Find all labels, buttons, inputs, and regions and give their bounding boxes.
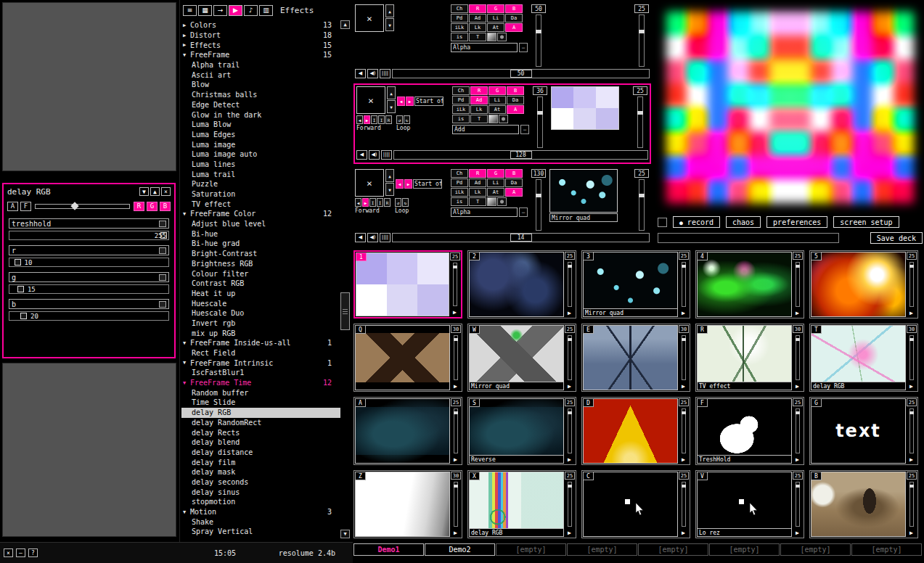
matrix-a-button[interactable]: A xyxy=(505,188,523,197)
clip-thumbnail[interactable] xyxy=(811,325,906,390)
clip-play-button[interactable]: ▶ xyxy=(793,455,802,464)
speaker-icon[interactable]: ◀) xyxy=(367,233,378,242)
clip-speed-slider[interactable] xyxy=(796,262,800,307)
start-mode-field[interactable]: Start of xyxy=(414,96,443,106)
clip-thumbnail[interactable] xyxy=(697,325,792,390)
effect-item-time-slide[interactable]: Time Slide xyxy=(181,398,340,408)
active-effect-name[interactable]: Alpha xyxy=(451,43,518,52)
matrix-ch-button[interactable]: Ch xyxy=(452,86,470,95)
clip-slot-3[interactable]: 3Mirror quad25▶ xyxy=(581,250,690,319)
effect-category-freeframe-intrinsic[interactable]: ▼FreeFrame Intrinsic1 xyxy=(181,358,340,368)
clip-play-button[interactable]: ▶ xyxy=(907,382,916,390)
clip-play-button[interactable]: ▶ xyxy=(451,382,460,390)
mid-vertical-slider[interactable] xyxy=(537,96,543,148)
transport-4-button[interactable]: R xyxy=(385,115,392,124)
effect-item-contrast-rgb[interactable]: Contrast RGB xyxy=(181,279,340,289)
clip-thumbnail[interactable] xyxy=(811,252,906,317)
effect-item-delay-sinus[interactable]: delay sinus xyxy=(181,487,340,497)
direction-label[interactable]: Forward xyxy=(356,125,392,131)
deck-tab-4[interactable]: [empty] xyxy=(567,543,637,556)
clip-play-button[interactable]: ▶ xyxy=(679,455,688,464)
eject-clip-button[interactable]: × xyxy=(355,4,384,32)
clip-speed-slider[interactable] xyxy=(568,482,572,527)
effect-item-heat-it-up[interactable]: Heat it up xyxy=(181,289,340,299)
param-slider[interactable]: 255 xyxy=(9,231,169,240)
clip-slot-X[interactable]: Xdelay RGB25▶ xyxy=(467,470,576,538)
clip-slot-G[interactable]: textG25▶ xyxy=(809,397,918,465)
matrix-g-button[interactable]: G xyxy=(487,169,504,178)
transport-1-button[interactable]: ▶ xyxy=(364,115,370,124)
clip-slot-5[interactable]: 525▶ xyxy=(809,250,918,319)
effect-item-delay-rects[interactable]: delay Rects xyxy=(181,427,340,437)
effect-item-delay-randomrect[interactable]: delay RandomRect xyxy=(181,418,340,428)
transport-1-button[interactable]: ▶ xyxy=(362,198,369,207)
effect-category-freeframe-color[interactable]: ▼FreeFrame Color12 xyxy=(181,209,340,219)
effect-item-puzzle[interactable]: Puzzle xyxy=(181,179,340,189)
eject-clip-button[interactable]: × xyxy=(355,169,384,197)
browser-scrollbar[interactable]: ▲ ▼ xyxy=(340,20,350,538)
effect-item-delay-blend[interactable]: delay blend xyxy=(181,437,340,448)
bypass-button[interactable]: ‒ xyxy=(520,125,529,134)
effect-category-effects[interactable]: ▶Effects15 xyxy=(181,40,340,50)
matrix-lk-button[interactable]: Lk xyxy=(470,105,488,114)
close-button[interactable]: × xyxy=(4,548,13,557)
clip-thumbnail[interactable] xyxy=(469,325,564,390)
clip-slot-B[interactable]: B25▶ xyxy=(809,470,918,538)
param-menu-button[interactable] xyxy=(159,301,166,308)
clip-play-button[interactable]: ▶ xyxy=(565,455,574,464)
clip-thumbnail[interactable] xyxy=(811,472,906,537)
clip-thumbnail[interactable] xyxy=(469,472,564,537)
layer-up-icon[interactable]: ▲ xyxy=(385,4,394,17)
clip-speed-slider[interactable] xyxy=(909,262,914,307)
effect-item-saturation[interactable]: Saturation xyxy=(181,189,340,200)
clip-thumbnail[interactable] xyxy=(469,398,564,464)
clip-slot-S[interactable]: SReverse25▶ xyxy=(467,397,576,465)
matrix-b-button[interactable]: B xyxy=(505,169,523,178)
matrix-at-button[interactable]: At xyxy=(487,23,504,32)
clip-thumbnail[interactable] xyxy=(355,325,450,390)
b-channel-button[interactable]: B xyxy=(160,202,171,211)
effect-item-bi-hue[interactable]: Bi-hue xyxy=(181,229,340,239)
clip-speed-slider[interactable] xyxy=(796,335,800,380)
clip-slot-D[interactable]: D25▶ xyxy=(581,397,690,465)
clip-speed-slider[interactable] xyxy=(568,335,572,380)
matrix-t-button[interactable]: T xyxy=(469,197,486,206)
audio-icon[interactable]: ♪ xyxy=(244,5,258,16)
clip-play-button[interactable]: ▶ xyxy=(679,308,688,317)
pattern-a-icon[interactable] xyxy=(487,33,496,41)
clip-thumbnail[interactable] xyxy=(469,252,564,317)
record-button[interactable]: ● record xyxy=(673,216,720,228)
preferences-button[interactable]: preferences xyxy=(766,216,827,228)
effect-item-luma-image[interactable]: Luma image xyxy=(181,139,340,149)
effect-item-delay-rgb[interactable]: delay RGB xyxy=(181,408,340,418)
effect-item-rect-field[interactable]: Rect Field xyxy=(181,348,340,358)
matrix-pd-button[interactable]: Pd xyxy=(451,14,468,22)
chaos-button[interactable]: chaos xyxy=(726,216,761,228)
effect-item-delay-mask[interactable]: delay mask xyxy=(181,467,340,477)
clip-slot-W[interactable]: WMirror quad25▶ xyxy=(467,324,576,392)
prev-clip-button[interactable]: ◀ xyxy=(396,179,404,189)
active-effect-name[interactable]: Alpha xyxy=(451,207,518,217)
clip-speed-slider[interactable] xyxy=(454,335,458,380)
clip-preview-thumbnail[interactable] xyxy=(549,169,618,213)
loop-label[interactable]: Loop xyxy=(395,207,409,214)
matrix-g-button[interactable]: G xyxy=(488,86,506,95)
prev-clip-button[interactable]: ◀ xyxy=(397,96,405,106)
pan-icon[interactable]: ◀ xyxy=(355,233,366,242)
clip-thumbnail[interactable] xyxy=(356,252,449,316)
effect-item-luma-image-auto[interactable]: Luma image auto xyxy=(181,149,340,160)
matrix-r-button[interactable]: R xyxy=(469,169,486,178)
matrix-at-button[interactable]: At xyxy=(487,188,504,197)
effect-item-ascii-art[interactable]: Ascii art xyxy=(181,70,340,80)
effect-item-bright-contrast[interactable]: Bright-Contrast xyxy=(181,249,340,259)
param-slider[interactable]: 15 xyxy=(9,284,169,294)
minimize-button[interactable]: ‒ xyxy=(16,548,25,557)
speed-slider[interactable]: 128 xyxy=(393,150,648,160)
effect-category-colors[interactable]: ▶Colors13 xyxy=(181,20,340,30)
matrix-da-button[interactable]: Da xyxy=(505,14,523,22)
transport-3-button[interactable]: I xyxy=(378,115,385,124)
bypass-button[interactable]: ‒ xyxy=(519,207,528,217)
effect-item-luma-edges[interactable]: Luma Edges xyxy=(181,130,340,140)
clip-slot-E[interactable]: E30▶ xyxy=(581,324,690,392)
pan-icon[interactable]: ◀ xyxy=(356,150,367,160)
